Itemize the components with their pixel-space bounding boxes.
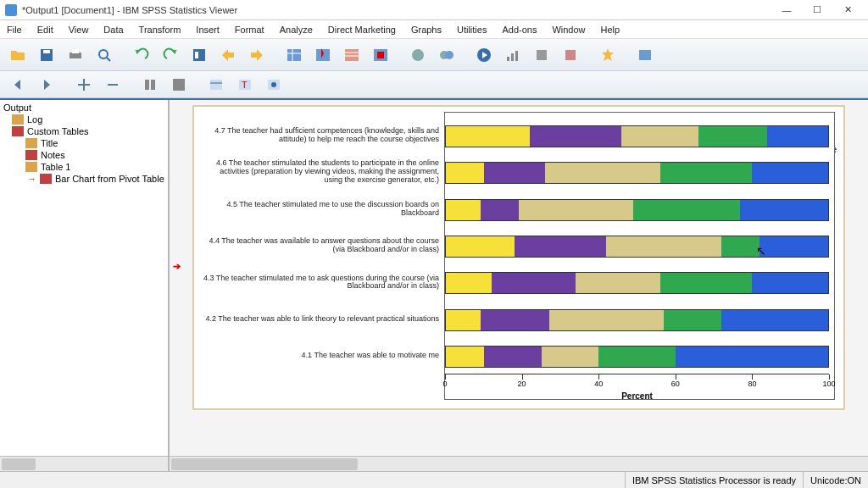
menu-insert[interactable]: Insert [196,25,220,35]
svg-rect-24 [537,50,547,60]
selected-arrow-icon: → [27,174,36,184]
category-label: 4.2 The teacher was able to link theory … [203,301,444,337]
tree-log[interactable]: Log [2,114,166,125]
bar-segment [660,163,752,183]
value-labels-button[interactable] [434,43,459,67]
bar-segment [446,236,515,257]
menu-direct-marketing[interactable]: Direct Marketing [328,25,396,35]
outline-hscroll[interactable] [0,456,168,471]
new-title-button[interactable]: T [232,73,258,97]
demote-button[interactable] [100,73,125,97]
svg-rect-23 [515,51,518,61]
menu-format[interactable]: Format [235,25,264,35]
open-button[interactable] [5,43,31,67]
category-label: 4.1 The teacher was able to motivate me [203,338,444,374]
chart-container[interactable]: Statistics Fully DisagreeDisagreeNeither… [192,105,845,410]
tree-custom-tables[interactable]: Custom Tables [2,125,166,137]
titlebar: *Output1 [Document1] - IBM SPSS Statisti… [0,0,868,20]
close-button[interactable]: ✕ [832,1,863,19]
collapse-button[interactable] [137,73,163,97]
menu-file[interactable]: File [7,25,22,35]
bar-row [445,272,829,294]
variables-button[interactable] [281,43,307,67]
bar-segment [519,200,633,220]
dialog-recall-button[interactable] [186,43,212,67]
maximize-button[interactable]: ☐ [802,1,832,19]
menu-help[interactable]: Help [601,25,620,35]
chart-button[interactable] [500,43,526,67]
star-button[interactable] [595,43,620,67]
bar-segment [576,273,659,293]
redo-button[interactable] [158,43,183,67]
bar-row [445,236,829,258]
current-item-arrow-icon: ➔ [173,261,181,272]
svg-rect-27 [108,84,118,86]
bar-segment [664,310,721,330]
bar-segment [598,347,675,367]
bar-segment [698,126,767,147]
tree-root[interactable]: Output [2,102,166,114]
viewer-hscroll[interactable] [170,456,868,471]
table-icon [25,162,37,172]
menu-view[interactable]: View [69,25,89,35]
menu-data[interactable]: Data [103,25,123,35]
toolbar-nav: T [0,71,868,98]
bar-segment [484,163,545,183]
app-icon [5,4,17,16]
bar-row [445,162,829,184]
x-tick-label: 40 [594,380,603,388]
back-button[interactable] [5,73,31,97]
svg-rect-25 [565,50,576,60]
select-cases-button[interactable] [310,43,336,67]
export-button[interactable] [529,43,554,67]
new-text-button[interactable] [261,73,287,97]
menu-analyze[interactable]: Analyze [280,25,313,35]
svg-rect-12 [345,49,359,61]
split-file-button[interactable] [368,43,393,67]
svg-point-4 [99,50,108,58]
print-button[interactable] [63,43,88,67]
promote-button[interactable] [71,73,97,97]
new-heading-button[interactable] [203,73,229,97]
forward-button[interactable] [34,73,59,97]
menu-utilities[interactable]: Utilities [457,25,487,35]
svg-rect-16 [377,52,384,58]
bar-segment [549,310,664,330]
run-button[interactable] [471,43,497,67]
bar-segment [721,236,760,257]
expand-button[interactable] [166,73,192,97]
tree-title[interactable]: Title [2,137,166,149]
show-hide-button[interactable] [632,43,658,67]
insert-cases-button[interactable] [339,43,364,67]
folder-icon [12,126,24,136]
menu-window[interactable]: Window [552,25,585,35]
svg-rect-31 [210,80,222,90]
menu-graphs[interactable]: Graphs [411,25,442,35]
bar-segment [446,200,481,220]
tree-table1[interactable]: Table 1 [2,161,166,173]
save-button[interactable] [34,43,59,67]
window-title: *Output1 [Document1] - IBM SPSS Statisti… [22,5,771,15]
minimize-button[interactable]: — [771,1,802,19]
preview-button[interactable] [92,43,117,67]
menu-addons[interactable]: Add-ons [502,25,537,35]
outline-tree[interactable]: Output Log Custom Tables Title Notes Tab… [0,100,168,456]
menu-transform[interactable]: Transform [139,25,181,35]
goto-variable-button[interactable] [244,43,270,67]
bar-segment [752,273,828,293]
undo-button[interactable] [129,43,154,67]
viewer-canvas[interactable]: ➔ Statistics Fully DisagreeDisagreeNeith… [170,100,868,456]
designate-button[interactable] [558,43,583,67]
bar-row [445,346,829,368]
svg-rect-26 [639,50,651,60]
tree-bar-chart[interactable]: →Bar Chart from Pivot Table [2,173,166,185]
category-label: 4.5 The teacher stimulated me to use the… [203,191,444,227]
goto-case-button[interactable] [215,43,241,67]
svg-rect-21 [507,57,509,61]
weight-button[interactable] [405,43,431,67]
category-label: 4.4 The teacher was available to answer … [203,227,444,263]
bar-segment [752,163,828,183]
tree-notes[interactable]: Notes [2,149,166,161]
log-icon [12,114,24,125]
menu-edit[interactable]: Edit [37,25,53,35]
